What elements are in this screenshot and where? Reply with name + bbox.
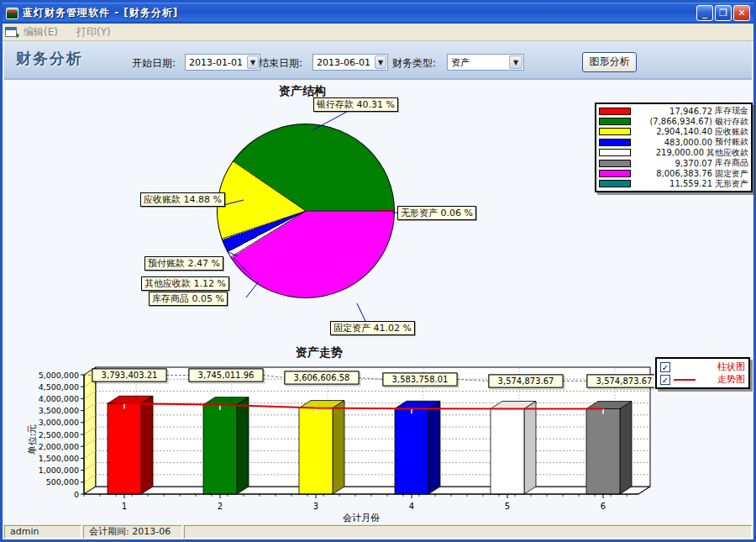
start-date-combo[interactable]: 2013-01-01 ▼ bbox=[185, 54, 260, 71]
legend-swatch bbox=[599, 170, 631, 177]
finance-type-combo[interactable]: 资产 ▼ bbox=[447, 54, 524, 71]
legend-value: 17,946.72 bbox=[633, 107, 712, 116]
svg-text:2,500,000: 2,500,000 bbox=[39, 430, 79, 439]
svg-text:1,500,000: 1,500,000 bbox=[39, 454, 79, 463]
menu-edit[interactable]: 编辑(E) bbox=[24, 25, 58, 39]
bar-chart: 0500,0001,000,0001,500,0002,000,0002,500… bbox=[26, 362, 654, 525]
finance-type-value: 资产 bbox=[448, 56, 508, 69]
svg-text:0: 0 bbox=[74, 490, 79, 499]
status-period: 会计期间: 2013-06 bbox=[83, 525, 182, 539]
legend-value: (7,866,934.67) bbox=[633, 117, 712, 126]
legend-row: (7,866,934.67)银行存款 bbox=[599, 116, 748, 126]
svg-text:4,000,000: 4,000,000 bbox=[39, 394, 79, 403]
svg-text:3,583,758.01: 3,583,758.01 bbox=[392, 375, 449, 384]
line-series-sample bbox=[674, 379, 696, 381]
line-series-label: 走势图 bbox=[717, 373, 745, 386]
status-bar: admin 会计期间: 2013-06 bbox=[3, 524, 753, 539]
child-window-icon[interactable] bbox=[5, 27, 17, 37]
legend-row: 2,904,140.40应收账款 bbox=[599, 127, 748, 137]
bar-series-checkbox[interactable]: ✓ bbox=[660, 362, 670, 372]
legend-row: 17,946.72库存现金 bbox=[599, 106, 748, 116]
legend-value: 8,006,383.76 bbox=[633, 169, 712, 178]
bar-series-label: 柱状图 bbox=[717, 360, 745, 373]
svg-text:3,745,011.96: 3,745,011.96 bbox=[198, 371, 255, 380]
svg-text:3,574,873.67: 3,574,873.67 bbox=[596, 376, 653, 386]
chevron-down-icon[interactable]: ▼ bbox=[247, 55, 259, 69]
legend-swatch bbox=[599, 160, 631, 167]
series-row-line: ✓ 走势图 bbox=[660, 373, 745, 386]
menu-bar: 编辑(E) 打印(Y) bbox=[3, 24, 753, 41]
legend-value: 9,370.07 bbox=[633, 159, 712, 168]
svg-text:4,500,000: 4,500,000 bbox=[39, 382, 79, 392]
pie-legend: 17,946.72库存现金(7,866,934.67)银行存款2,904,140… bbox=[595, 103, 753, 192]
pie-chart bbox=[217, 124, 395, 298]
pie-slice-label: 银行存款 40.31 % bbox=[313, 97, 398, 112]
legend-swatch bbox=[599, 128, 631, 135]
end-date-label: 结束日期: bbox=[259, 56, 302, 71]
legend-value: 483,000.00 bbox=[633, 138, 712, 147]
svg-text:3: 3 bbox=[313, 502, 318, 511]
app-icon bbox=[6, 8, 18, 19]
header-band: 财务分析 开始日期: 2013-01-01 ▼ 结束日期: 2013-06-01… bbox=[4, 41, 752, 80]
svg-text:5,000,000: 5,000,000 bbox=[39, 371, 79, 380]
legend-swatch bbox=[599, 108, 631, 115]
legend-row: 11,559.21无形资产 bbox=[599, 179, 748, 189]
graph-analyze-button[interactable]: 图形分析 bbox=[582, 52, 637, 72]
svg-text:1,000,000: 1,000,000 bbox=[39, 466, 79, 475]
chevron-down-icon[interactable]: ▼ bbox=[375, 55, 386, 69]
legend-value: 219,000.00 bbox=[633, 148, 704, 157]
legend-swatch bbox=[599, 139, 631, 146]
line-series-checkbox[interactable]: ✓ bbox=[660, 375, 670, 385]
series-row-bar: ✓ 柱状图 bbox=[660, 360, 745, 373]
svg-text:4: 4 bbox=[409, 502, 414, 511]
application-window: 蓝灯财务管理软件 - [财务分析] _ ❐ ✕ 编辑(E) 打印(Y) 财务分析… bbox=[0, 0, 756, 542]
legend-row: 483,000.00预付账款 bbox=[599, 137, 748, 147]
menu-print[interactable]: 打印(Y) bbox=[76, 25, 111, 39]
svg-text:3,574,873.67: 3,574,873.67 bbox=[498, 376, 554, 386]
pie-slice-label: 应收账款 14.88 % bbox=[140, 192, 225, 207]
svg-text:3,793,403.21: 3,793,403.21 bbox=[102, 371, 158, 380]
legend-swatch bbox=[599, 149, 631, 156]
legend-value: 2,904,140.40 bbox=[633, 127, 712, 136]
svg-text:5: 5 bbox=[505, 502, 510, 511]
svg-text:6: 6 bbox=[601, 502, 606, 511]
minimize-button[interactable]: _ bbox=[696, 5, 713, 21]
pie-slice-label: 库存商品 0.05 % bbox=[149, 292, 228, 306]
svg-text:单位:元: 单位:元 bbox=[27, 424, 38, 455]
start-date-label: 开始日期: bbox=[132, 56, 176, 71]
legend-row: 8,006,383.76固定资产 bbox=[599, 168, 748, 178]
svg-text:3,606,606.58: 3,606,606.58 bbox=[294, 373, 350, 382]
series-legend: ✓ 柱状图 ✓ 走势图 bbox=[655, 357, 750, 389]
svg-text:2,000,000: 2,000,000 bbox=[39, 442, 79, 451]
maximize-button[interactable]: ❐ bbox=[715, 5, 732, 21]
svg-text:2: 2 bbox=[218, 502, 223, 511]
status-user: admin bbox=[4, 525, 81, 539]
bar-chart-title: 资产走势 bbox=[252, 345, 386, 360]
title-bar: 蓝灯财务管理软件 - [财务分析] _ ❐ ✕ bbox=[3, 3, 753, 24]
legend-swatch bbox=[599, 180, 631, 187]
end-date-combo[interactable]: 2013-06-01 ▼ bbox=[312, 54, 388, 71]
svg-text:1: 1 bbox=[122, 502, 127, 511]
window-title: 蓝灯财务管理软件 - [财务分析] bbox=[23, 6, 695, 20]
svg-text:500,000: 500,000 bbox=[46, 477, 79, 487]
legend-name: 无形资产 bbox=[715, 178, 748, 190]
svg-text:3,500,000: 3,500,000 bbox=[39, 406, 79, 415]
legend-swatch bbox=[599, 118, 631, 125]
chart-area: 资产结构 银行存款 40.31 %应收账款 14.88 %无形资产 0.06 %… bbox=[4, 80, 752, 525]
chevron-down-icon[interactable]: ▼ bbox=[509, 55, 522, 69]
pie-slice-label: 其他应收款 1.12 % bbox=[141, 276, 229, 291]
start-date-value: 2013-01-01 bbox=[186, 57, 246, 68]
svg-text:3,000,000: 3,000,000 bbox=[39, 418, 79, 427]
close-button[interactable]: ✕ bbox=[733, 5, 750, 21]
page-title: 财务分析 bbox=[16, 49, 83, 69]
legend-value: 11,559.21 bbox=[633, 179, 712, 188]
pie-slice-label: 固定资产 41.02 % bbox=[330, 321, 415, 335]
svg-text:会计月份: 会计月份 bbox=[343, 513, 380, 524]
legend-row: 219,000.00其他应收款 bbox=[599, 148, 748, 158]
status-spacer bbox=[184, 525, 752, 539]
finance-type-label: 财务类型: bbox=[392, 56, 436, 71]
end-date-value: 2013-06-01 bbox=[313, 57, 374, 68]
legend-row: 9,370.07库存商品 bbox=[599, 158, 748, 168]
pie-slice-label: 无形资产 0.06 % bbox=[397, 206, 476, 220]
pie-slice-label: 预付账款 2.47 % bbox=[144, 256, 223, 271]
